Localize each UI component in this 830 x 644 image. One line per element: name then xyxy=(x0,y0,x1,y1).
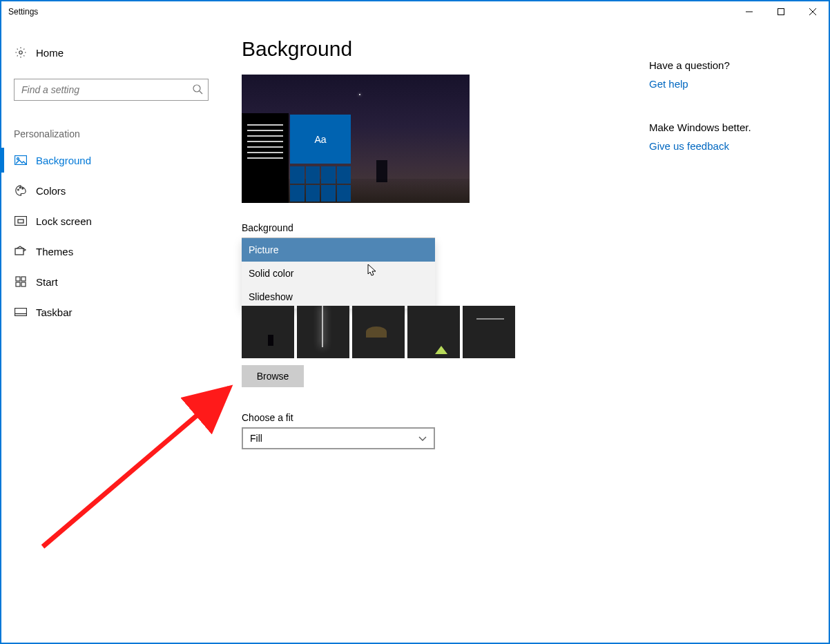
svg-rect-16 xyxy=(21,277,26,281)
wallpaper-thumb-3[interactable] xyxy=(352,306,405,358)
svg-rect-13 xyxy=(18,219,23,223)
svg-rect-14 xyxy=(15,248,23,255)
main-panel: Background Aa Background Picture xyxy=(221,22,649,643)
home-nav[interactable]: Home xyxy=(1,39,221,66)
svg-point-8 xyxy=(17,158,19,160)
sidebar-section-title: Personalization xyxy=(14,128,209,139)
svg-point-4 xyxy=(19,51,23,55)
palette-icon xyxy=(14,184,28,197)
sidebar-item-start[interactable]: Start xyxy=(1,266,221,297)
svg-rect-19 xyxy=(15,309,27,316)
fit-selected-value: Fill xyxy=(250,433,262,444)
bg-option-solid[interactable]: Solid color xyxy=(242,262,435,285)
page-title: Background xyxy=(242,37,628,61)
search-box[interactable] xyxy=(14,79,209,101)
lockscreen-icon xyxy=(14,216,28,226)
search-input[interactable] xyxy=(14,79,209,101)
titlebar: Settings xyxy=(1,1,829,22)
window-title: Settings xyxy=(8,7,38,17)
svg-rect-1 xyxy=(778,9,784,15)
sidebar-item-themes[interactable]: Themes xyxy=(1,236,221,266)
themes-icon xyxy=(14,245,28,257)
bg-option-picture[interactable]: Picture xyxy=(242,238,435,262)
background-field-label: Background xyxy=(242,222,628,233)
fit-field-label: Choose a fit xyxy=(242,412,628,423)
home-icon xyxy=(14,46,28,59)
search-icon xyxy=(192,84,203,95)
sidebar-item-lockscreen[interactable]: Lock screen xyxy=(1,206,221,236)
close-button[interactable] xyxy=(797,1,829,22)
sidebar-item-label: Lock screen xyxy=(36,215,92,227)
svg-line-6 xyxy=(200,91,202,94)
chevron-down-icon xyxy=(418,433,427,444)
svg-point-9 xyxy=(18,189,19,191)
svg-rect-17 xyxy=(16,282,20,286)
preview-tile-text: Aa xyxy=(290,115,351,164)
get-help-link[interactable]: Get help xyxy=(649,78,815,90)
svg-rect-12 xyxy=(15,217,27,226)
sidebar-item-taskbar[interactable]: Taskbar xyxy=(1,297,221,327)
wallpaper-thumb-5[interactable] xyxy=(463,306,515,358)
minimize-button[interactable] xyxy=(733,1,765,22)
help-heading: Have a question? xyxy=(649,59,815,71)
picture-thumbnails xyxy=(242,306,628,358)
sidebar: Home Personalization Background xyxy=(1,22,221,643)
background-dropdown[interactable]: Picture Solid color Slideshow xyxy=(242,237,435,309)
svg-rect-18 xyxy=(21,282,26,286)
sidebar-item-label: Start xyxy=(36,276,58,288)
home-label: Home xyxy=(36,47,64,59)
fit-dropdown[interactable]: Fill xyxy=(242,427,435,449)
start-icon xyxy=(14,276,28,287)
svg-point-11 xyxy=(22,188,23,189)
right-panel: Have a question? Get help Make Windows b… xyxy=(649,22,829,643)
sidebar-item-background[interactable]: Background xyxy=(1,145,221,175)
svg-point-10 xyxy=(19,187,21,188)
wallpaper-thumb-1[interactable] xyxy=(242,306,294,358)
feedback-link[interactable]: Give us feedback xyxy=(649,140,815,152)
picture-icon xyxy=(14,155,28,165)
taskbar-icon xyxy=(14,308,28,316)
sidebar-item-label: Colors xyxy=(36,185,66,197)
wallpaper-thumb-2[interactable] xyxy=(297,306,349,358)
bg-option-slideshow[interactable]: Slideshow xyxy=(242,285,435,309)
svg-point-5 xyxy=(193,85,200,92)
maximize-button[interactable] xyxy=(765,1,797,22)
browse-button[interactable]: Browse xyxy=(242,365,304,387)
feedback-heading: Make Windows better. xyxy=(649,121,815,133)
sidebar-item-colors[interactable]: Colors xyxy=(1,175,221,206)
desktop-preview: Aa xyxy=(242,75,470,203)
sidebar-item-label: Themes xyxy=(36,246,73,257)
wallpaper-thumb-4[interactable] xyxy=(407,306,460,358)
sidebar-item-label: Background xyxy=(36,155,91,166)
svg-rect-15 xyxy=(16,277,20,281)
sidebar-item-label: Taskbar xyxy=(36,306,73,318)
